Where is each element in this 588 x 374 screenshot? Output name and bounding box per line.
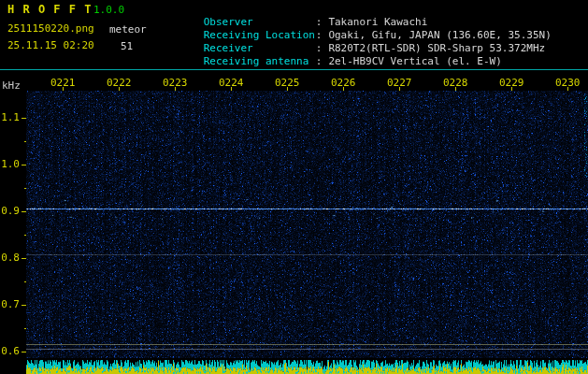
y-axis-unit: kHz [2, 80, 21, 92]
info-colon: : [316, 16, 323, 28]
hrofft-window: H R O F F T 1.0.0 2511150220.png meteor … [0, 0, 588, 374]
info-colon: : [316, 42, 323, 54]
x-tick-label: 0226 [331, 78, 355, 89]
y-tick-label: 0.8 [0, 252, 20, 264]
x-tick-label: 0228 [443, 78, 467, 89]
info-label: Receiver [204, 42, 316, 55]
x-tick-label: 0229 [499, 78, 523, 89]
info-value: 2el-HB9CV Vertical (el. E-W) [328, 55, 501, 67]
x-tick-label: 0230 [555, 78, 580, 89]
x-tick-label: 0225 [275, 78, 299, 89]
info-value: Ogaki, Gifu, JAPAN (136.60E, 35.35N) [328, 29, 551, 41]
x-tick-label: 0224 [219, 78, 243, 89]
x-tick-label: 0222 [107, 78, 131, 89]
noise-count: 51 [121, 41, 133, 52]
output-filename: 2511150220.png [7, 23, 94, 35]
station-info-table: Observer:Takanori Kawachi Receiving Loca… [166, 3, 552, 55]
x-tick-label: 0223 [163, 78, 187, 89]
app-title: H R O F F T [7, 4, 92, 15]
y-tick-label: 1.0 [0, 159, 20, 170]
info-value: Takanori Kawachi [328, 16, 427, 28]
header-separator-line [0, 69, 588, 70]
info-row-observer: Observer:Takanori Kawachi [166, 3, 552, 16]
y-tick-label: 1.1 [0, 112, 20, 123]
y-tick-label: 0.6 [0, 346, 20, 357]
info-label: Receiving Location [204, 29, 316, 42]
x-tick-label: 0227 [387, 78, 411, 89]
info-label: Observer [204, 16, 316, 29]
info-colon: : [316, 55, 323, 67]
info-value: R820T2(RTL-SDR) SDR-Sharp 53.372MHz [328, 42, 545, 54]
app-version: 1.0.0 [93, 5, 124, 16]
observation-mode: meteor [109, 24, 147, 36]
info-label: Receiving antenna [204, 55, 316, 68]
x-tick-label: 0221 [50, 78, 75, 89]
y-tick-label: 0.7 [0, 299, 20, 310]
y-tick-label: 0.9 [0, 206, 20, 217]
info-colon: : [316, 29, 323, 41]
observation-datetime: 25.11.15 02:20 [7, 40, 94, 51]
